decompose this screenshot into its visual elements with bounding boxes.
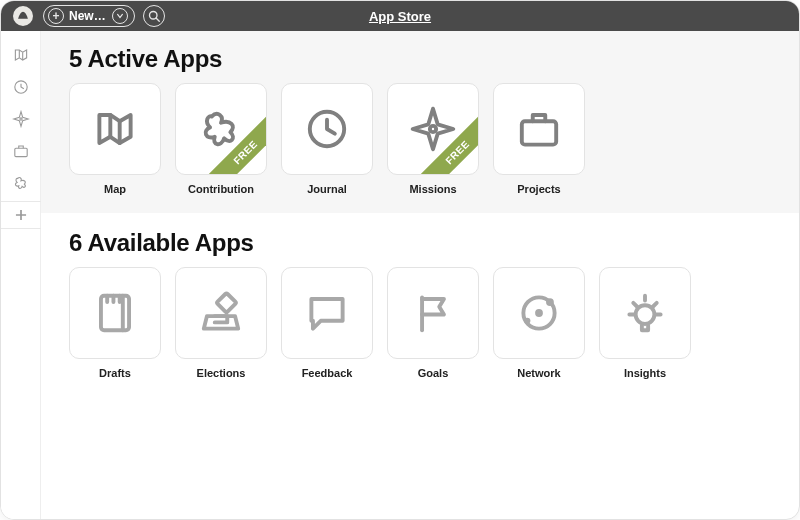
app-projects[interactable]: Projects — [493, 83, 585, 195]
app-label: Drafts — [99, 367, 131, 379]
puzzle-icon — [12, 174, 30, 192]
titlebar: + New… App Store — [1, 1, 799, 31]
sidebar-item-map[interactable] — [7, 41, 35, 69]
app-drafts[interactable]: Drafts — [69, 267, 161, 379]
app-feedback[interactable]: Feedback — [281, 267, 373, 379]
available-apps-section: 6 Available Apps Drafts Elections — [41, 213, 799, 403]
app-label: Feedback — [302, 367, 353, 379]
clock-icon — [12, 78, 30, 96]
app-network[interactable]: Network — [493, 267, 585, 379]
available-apps-heading: 6 Available Apps — [69, 229, 771, 257]
app-card — [281, 267, 373, 359]
app-label: Goals — [418, 367, 449, 379]
search-button[interactable] — [143, 5, 165, 27]
map-icon — [12, 46, 30, 64]
app-card — [493, 267, 585, 359]
sidebar — [1, 31, 41, 519]
sidebar-item-journal[interactable] — [7, 73, 35, 101]
app-contribution[interactable]: FREE Contribution — [175, 83, 267, 195]
new-button-label: New… — [69, 9, 106, 23]
app-logo-icon — [13, 6, 33, 26]
main-content: 5 Active Apps Map FREE Contribution — [41, 31, 799, 519]
app-window: + New… App Store — [0, 0, 800, 520]
app-card — [387, 267, 479, 359]
flag-icon — [408, 288, 458, 338]
app-label: Insights — [624, 367, 666, 379]
map-icon — [90, 104, 140, 154]
compass-icon — [12, 110, 30, 128]
available-apps-row: Drafts Elections Feedback — [69, 267, 771, 379]
app-label: Contribution — [188, 183, 254, 195]
app-map[interactable]: Map — [69, 83, 161, 195]
sidebar-item-missions[interactable] — [7, 105, 35, 133]
app-label: Map — [104, 183, 126, 195]
clock-icon — [302, 104, 352, 154]
app-missions[interactable]: FREE Missions — [387, 83, 479, 195]
app-label: Network — [517, 367, 560, 379]
sidebar-item-contribution[interactable] — [7, 169, 35, 197]
sidebar-item-projects[interactable] — [7, 137, 35, 165]
app-journal[interactable]: Journal — [281, 83, 373, 195]
active-apps-section: 5 Active Apps Map FREE Contribution — [41, 31, 799, 213]
chevron-down-icon — [112, 8, 128, 24]
app-insights[interactable]: Insights — [599, 267, 691, 379]
app-goals[interactable]: Goals — [387, 267, 479, 379]
app-card: FREE — [387, 83, 479, 175]
notebook-icon — [90, 288, 140, 338]
search-icon — [148, 10, 160, 22]
app-card — [281, 83, 373, 175]
sidebar-item-app-store[interactable] — [1, 201, 41, 229]
new-button[interactable]: + New… — [43, 5, 135, 27]
app-card — [69, 267, 161, 359]
app-label: Journal — [307, 183, 347, 195]
app-card: FREE — [175, 83, 267, 175]
app-card — [175, 267, 267, 359]
app-label: Projects — [517, 183, 560, 195]
active-apps-row: Map FREE Contribution Journal — [69, 83, 771, 195]
orbit-icon — [514, 288, 564, 338]
plus-icon — [12, 206, 30, 224]
app-card — [599, 267, 691, 359]
app-label: Missions — [409, 183, 456, 195]
briefcase-icon — [12, 142, 30, 160]
chat-icon — [302, 288, 352, 338]
app-elections[interactable]: Elections — [175, 267, 267, 379]
briefcase-icon — [514, 104, 564, 154]
bulb-icon — [620, 288, 670, 338]
app-card — [493, 83, 585, 175]
active-apps-heading: 5 Active Apps — [69, 45, 771, 73]
app-label: Elections — [197, 367, 246, 379]
plus-icon: + — [48, 8, 64, 24]
ballot-icon — [196, 288, 246, 338]
app-card — [69, 83, 161, 175]
